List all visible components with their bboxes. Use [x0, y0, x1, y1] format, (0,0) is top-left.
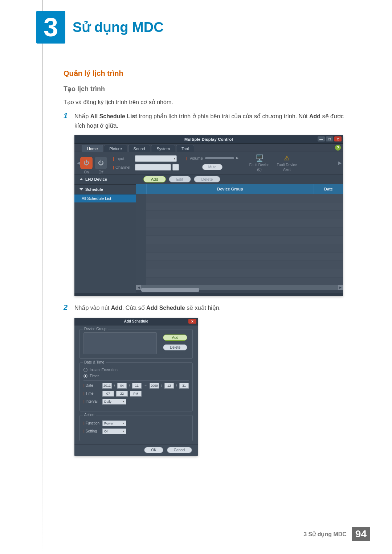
maximize-button[interactable]: □ — [326, 136, 333, 141]
sub-heading: Tạo lịch trình — [64, 85, 354, 93]
mute-button[interactable]: Mute — [202, 164, 222, 170]
sep: / — [176, 383, 177, 387]
setting-dropdown[interactable]: Off▾ — [102, 428, 126, 434]
sidebar-schedule[interactable]: Schedule — [74, 184, 136, 194]
sep: / — [129, 383, 130, 387]
tab-home[interactable]: Home — [82, 145, 103, 152]
step-text: Nhấp vào nút Add. Cửa sổ Add Schedule sẽ… — [74, 303, 221, 313]
channel-field[interactable] — [135, 164, 171, 171]
caret-up-icon — [79, 178, 83, 180]
window-title: Multiple Display Control — [184, 137, 233, 141]
date-y1[interactable]: 2011 — [102, 383, 112, 389]
power-off-button[interactable]: ⏻Off — [95, 157, 107, 169]
channel-stepper[interactable] — [172, 164, 179, 171]
fault-device-count[interactable]: 🖥️ Fault Device (0) — [249, 154, 270, 172]
t: sẽ xuất hiện. — [185, 305, 221, 311]
close-button[interactable]: x — [188, 319, 196, 324]
l: Fault Device — [249, 163, 270, 167]
table-row[interactable] — [146, 236, 343, 244]
tab-system[interactable]: System — [151, 145, 175, 152]
step-text: Nhấp All Schedule List trong phần lịch t… — [74, 112, 354, 130]
interval-dropdown[interactable]: Daily▾ — [102, 399, 126, 405]
title-bar: Multiple Display Control — □ x — [74, 135, 343, 144]
device-add-button[interactable]: Add — [163, 335, 187, 341]
page-number: 94 — [352, 527, 370, 541]
status-bar — [74, 293, 343, 296]
radio-instant[interactable] — [83, 368, 87, 372]
scroll-left-icon[interactable]: ◀ — [136, 285, 141, 290]
ribbon-tabs: Home Picture Sound System Tool ? — [74, 144, 343, 152]
dialog-title: Add Schedule — [124, 319, 148, 323]
group-datetime: Date & Time Instant Execution Timer |Dat… — [79, 362, 193, 411]
table-row[interactable] — [146, 227, 343, 236]
date-m2[interactable]: 12 — [164, 383, 174, 389]
table-row[interactable] — [146, 269, 343, 278]
step-2: 2 Nhấp vào nút Add. Cửa sổ Add Schedule … — [64, 303, 354, 313]
table-row[interactable] — [146, 253, 343, 261]
tab-picture[interactable]: Picture — [104, 145, 127, 152]
channel-label: Channel — [115, 165, 134, 169]
scroll-thumb[interactable] — [141, 288, 199, 292]
nav-right-icon[interactable]: ▶ — [338, 160, 342, 165]
nav-left-icon[interactable]: ◀ — [77, 160, 80, 165]
radio-timer[interactable] — [83, 374, 87, 378]
input-dropdown[interactable]: ▾ — [135, 155, 177, 162]
add-button[interactable]: Add — [143, 176, 166, 182]
marker-icon: | — [113, 165, 114, 169]
l: Alert — [283, 168, 291, 172]
page-footer: 3 Sử dụng MDC 94 — [303, 527, 370, 541]
date-y2[interactable]: 2099 — [150, 383, 159, 389]
chapter-title: Sử dụng MDC — [73, 19, 164, 35]
chapter-header: 3 Sử dụng MDC — [36, 11, 164, 44]
scroll-right-icon[interactable]: ▶ — [338, 285, 343, 290]
mdc-window: Multiple Display Control — □ x Home Pict… — [74, 135, 343, 296]
t: Add — [309, 113, 320, 119]
power-on-button[interactable]: ⏻On — [80, 157, 93, 169]
col-device-group[interactable]: Device Group — [147, 184, 314, 194]
power-icon: ⏻ — [98, 160, 104, 166]
volume-slider[interactable] — [205, 157, 234, 159]
group-label: Action — [83, 413, 96, 417]
time-ampm[interactable]: PM — [130, 391, 142, 397]
table-row[interactable] — [146, 219, 343, 227]
sep: / — [161, 383, 162, 387]
vol-arrow-icon: ▶ — [236, 156, 238, 160]
close-button[interactable]: x — [334, 136, 342, 141]
cancel-button[interactable]: Cancel — [167, 447, 192, 453]
sidebar-all-schedule-list[interactable]: All Schedule List — [74, 194, 136, 202]
device-delete-button[interactable]: Delete — [163, 344, 187, 350]
l: (0) — [257, 168, 262, 172]
help-icon[interactable]: ? — [335, 145, 341, 151]
function-dropdown[interactable]: Power▾ — [102, 420, 126, 426]
date-d1[interactable]: 11 — [132, 383, 142, 389]
time-h[interactable]: 07 — [102, 391, 114, 397]
edit-button[interactable]: Edit — [169, 176, 191, 182]
col-index — [136, 184, 147, 194]
table-row[interactable] — [146, 261, 343, 269]
sidebar-lfd-device[interactable]: LFD Device — [74, 174, 136, 184]
date-m1[interactable]: 04 — [117, 383, 127, 389]
minimize-button[interactable]: — — [318, 136, 325, 141]
t: Add — [111, 305, 122, 311]
table-row[interactable] — [146, 194, 343, 202]
footer-text: 3 Sử dụng MDC — [303, 531, 347, 538]
device-list[interactable] — [83, 332, 157, 354]
date-d2[interactable]: 31 — [179, 383, 189, 389]
tab-sound[interactable]: Sound — [128, 145, 151, 152]
step-1: 1 Nhấp All Schedule List trong phần lịch… — [64, 112, 354, 130]
sep: ~ — [144, 383, 147, 387]
tab-tool[interactable]: Tool — [176, 145, 194, 152]
h-scrollbar[interactable]: ◀ ▶ — [136, 285, 343, 290]
radio-timer-label: Timer — [90, 374, 99, 378]
ok-button[interactable]: OK — [144, 447, 163, 453]
interval-label: |Interval — [83, 399, 100, 403]
time-m[interactable]: 22 — [116, 391, 128, 397]
table-row[interactable] — [146, 211, 343, 219]
table-row[interactable] — [146, 202, 343, 211]
fault-device-alert[interactable]: ⚠ Fault Device Alert — [277, 154, 297, 172]
step-number: 1 — [64, 112, 69, 130]
cap: On — [84, 170, 89, 174]
delete-button[interactable]: Delete — [194, 176, 221, 182]
table-row[interactable] — [146, 244, 343, 253]
col-date[interactable]: Date — [314, 184, 343, 194]
